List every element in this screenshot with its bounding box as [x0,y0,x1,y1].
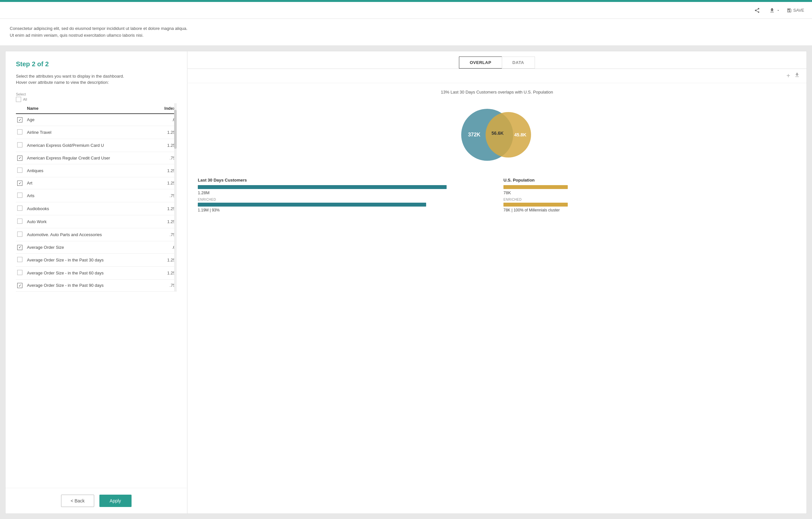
row-name: Art [26,177,156,189]
venn-left-value: 372K [468,132,481,137]
row-name: Auto Work [26,215,156,228]
venn-diagram: 372K 56.6K 45.8K [445,102,549,167]
description-line2: Ut enim ad minim veniam, quis nostrud ex… [10,32,802,39]
row-name: Average Order Size [26,241,156,254]
instruction-line1: Select the attributes you want to displa… [16,73,177,80]
row-checkbox-cell [16,253,26,266]
row-checkbox-cell [16,152,26,164]
left-stat-bar [198,185,446,189]
row-checkbox[interactable] [17,168,22,173]
left-footer: < Back Apply [5,488,187,514]
row-checkbox[interactable] [17,117,22,122]
table-row: Antiques1.25 [16,164,177,177]
share-icon [754,7,760,13]
right-stat-bar [503,185,568,189]
chevron-down-icon [776,8,780,12]
table-row: Automotive. Auto Parts and Accessories.7… [16,228,177,241]
row-checkbox-cell [16,139,26,152]
row-checkbox[interactable] [17,142,22,147]
download-icon [769,7,775,13]
share-button[interactable] [752,6,763,15]
table-row: American Express Regular Credit Card Use… [16,152,177,164]
table-row: Audiobooks1.25 [16,202,177,215]
toolbar: SAVE [0,2,812,19]
tab-bar: OVERLAP DATA [187,51,807,69]
row-checkbox[interactable] [17,270,22,275]
attributes-table: Name Index Age.6Airline Travel1.25Americ… [16,103,177,292]
row-checkbox[interactable] [17,129,22,135]
row-checkbox-cell [16,114,26,126]
right-stat-group: U.S. Population 78K ENRICHED 78K | 100% … [503,178,796,212]
right-enriched-label: ENRICHED [503,198,796,201]
row-checkbox-cell [16,164,26,177]
row-index: 1.25 [156,164,177,177]
attributes-table-container: Name Index Age.6Airline Travel1.25Americ… [16,103,177,292]
tab-overlap[interactable]: OVERLAP [459,57,501,68]
left-enriched-value: 1.19M | 93% [198,208,490,212]
table-header-row: Name Index [16,103,177,114]
row-checkbox-cell [16,266,26,279]
left-stat-value: 1.28M [198,190,490,195]
scrollbar-track[interactable] [174,103,177,292]
all-label: All [23,97,27,101]
select-label: Select [16,92,177,96]
row-checkbox-cell [16,126,26,139]
row-checkbox[interactable] [17,245,22,250]
table-row: Auto Work1.25 [16,215,177,228]
right-enriched-bar [503,203,568,207]
table-row: Airline Travel1.25 [16,126,177,139]
row-checkbox[interactable] [17,219,22,224]
row-name: Automotive. Auto Parts and Accessories [26,228,156,241]
col-name-header: Name [26,103,156,114]
tab-data[interactable]: DATA [502,57,535,68]
row-name: Average Order Size - in the Past 60 days [26,266,156,279]
table-row: Age.6 [16,114,177,126]
scrollbar-thumb[interactable] [174,110,177,149]
right-stat-title: U.S. Population [503,178,796,182]
row-name: American Express Gold/Premium Card U [26,139,156,152]
row-index: .6 [156,114,177,126]
plus-icon: + [786,72,790,79]
left-enriched-bar [198,203,426,207]
chart-download-button[interactable] [794,72,800,80]
main-content: Step 2 of 2 Select the attributes you wa… [5,51,807,514]
table-row: Art1.25 [16,177,177,189]
download-button[interactable] [766,6,783,15]
select-all-checkbox[interactable] [16,97,21,102]
chart-area: 13% Last 30 Days Customers overlaps with… [187,83,807,514]
step-title: Step 2 of 2 [16,60,177,68]
right-stat-value: 78K [503,190,796,195]
row-index: 1.25 [156,126,177,139]
row-checkbox[interactable] [17,232,22,237]
save-label: SAVE [793,8,804,13]
row-checkbox[interactable] [17,206,22,211]
row-checkbox-cell [16,177,26,189]
table-row: Arts.75 [16,189,177,202]
row-index: .75 [156,279,177,292]
chart-toolbar: + [187,69,807,83]
left-stat-group: Last 30 Days Customers 1.28M Enriched 1.… [198,178,490,212]
row-checkbox[interactable] [17,283,22,288]
back-button[interactable]: < Back [61,495,94,507]
row-index: 1.25 [156,253,177,266]
description-line1: Consectetur adipiscing elit, sed do eius… [10,25,802,32]
save-button[interactable]: SAVE [787,8,804,13]
row-index: 1.25 [156,139,177,152]
row-name: Airline Travel [26,126,156,139]
row-checkbox[interactable] [17,193,22,198]
venn-container: 372K 56.6K 45.8K [198,102,796,167]
chart-title: 13% Last 30 Days Customers overlaps with… [198,90,796,94]
add-button[interactable]: + [786,72,790,80]
row-checkbox[interactable] [17,180,22,186]
row-checkbox-cell [16,189,26,202]
row-index: .75 [156,152,177,164]
row-name: American Express Regular Credit Card Use… [26,152,156,164]
row-name: Age [26,114,156,126]
right-panel: OVERLAP DATA + 13% Last 30 Days Customer… [187,51,807,514]
apply-button[interactable]: Apply [99,495,132,507]
row-index: 1.25 [156,266,177,279]
select-all-area: Select All [16,92,177,102]
row-checkbox[interactable] [17,155,22,161]
col-index-header: Index [156,103,177,114]
row-checkbox[interactable] [17,257,22,262]
